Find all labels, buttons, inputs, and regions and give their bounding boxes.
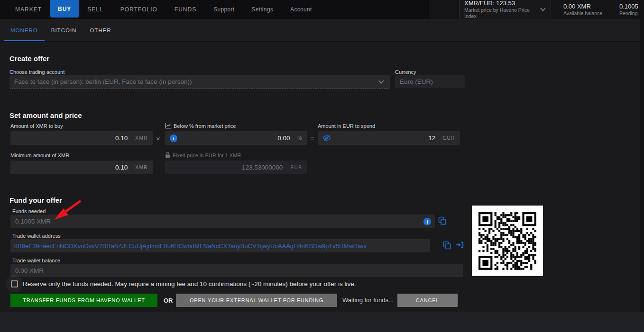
info-icon[interactable]: i — [170, 135, 177, 142]
waiting-for-funds-text: Waiting for funds... — [342, 296, 394, 304]
checkbox-ripple — [6, 275, 23, 292]
multiply-operator: × — [156, 135, 160, 143]
asset-tabbar: MONERO BITCOIN OTHER — [0, 19, 640, 42]
fixed-price-label: Fixed price in EUR for 1 XMR — [173, 153, 241, 158]
market-price-selector[interactable]: XMR/EUR: 123.53 Market price by Haveno P… — [459, 0, 551, 22]
available-balance-value: 0.00 XMR — [563, 3, 611, 10]
pct-below-market-value: 0.00 — [277, 135, 290, 142]
copy-icon[interactable] — [443, 241, 451, 250]
min-amount-label: Minimum amount of XMR — [10, 153, 69, 158]
tab-monero[interactable]: MONERO — [4, 19, 45, 41]
fixed-price-value: 123.53000000 — [242, 164, 283, 171]
fixed-price-suffix: EUR — [290, 165, 303, 170]
create-offer-form: Create offer Choose trading account Face… — [0, 42, 640, 312]
currency-value: Euro (EUR) — [400, 78, 433, 85]
wallet-balance-label: Trade wallet balance — [12, 258, 60, 263]
chart-icon — [165, 123, 171, 129]
wallet-address-value: 8B9eF39naecFnNGDKvnDvvV7BRaN4JLCuUjAjdmd… — [14, 242, 367, 250]
main-nav: MARKET BUY SELL PORTFOLIO FUNDS Support … — [7, 0, 321, 19]
cancel-button[interactable]: CANCEL — [397, 294, 458, 307]
currency-label: Currency — [395, 69, 416, 75]
market-ticker: XMR/EUR: 123.53 Market price by Haveno P… — [459, 0, 644, 19]
amount-xmr-suffix: XMR — [135, 135, 148, 141]
top-navigation: MARKET BUY SELL PORTFOLIO FUNDS Support … — [0, 0, 640, 19]
funds-needed-label: Funds needed — [12, 208, 46, 214]
overlay-right-strip — [640, 0, 644, 312]
nav-item-portfolio[interactable]: PORTFOLIO — [112, 0, 166, 19]
copy-icon[interactable] — [438, 216, 446, 225]
info-icon[interactable]: i — [423, 218, 431, 225]
reserve-funds-option: Reserve only the funds needed. May requi… — [6, 275, 356, 292]
amount-eur-label: Amount in EUR to spend — [318, 123, 375, 129]
overlay-bottom-strip — [0, 312, 644, 332]
reserve-funds-label: Reserve only the funds needed. May requi… — [23, 280, 356, 287]
funding-qr-code — [472, 206, 543, 276]
reserve-funds-checkbox[interactable] — [11, 280, 18, 287]
amount-price-title: Set amount and price — [9, 111, 82, 119]
min-amount-input[interactable]: 0.10 XMR — [10, 161, 153, 174]
or-text: OR — [164, 297, 173, 304]
amount-eur-value: 12 — [428, 135, 435, 142]
pct-below-market-input[interactable]: i 0.00 % — [165, 131, 307, 145]
market-price-source: Market price by Haveno Price Index — [464, 7, 534, 19]
market-pair-price: XMR/EUR: 123.53 — [464, 0, 534, 7]
amount-eur-input[interactable]: 12 EUR — [318, 131, 460, 145]
chevron-down-icon — [540, 8, 546, 11]
nav-item-market[interactable]: MARKET — [7, 0, 50, 19]
tab-bitcoin[interactable]: BITCOIN — [45, 19, 83, 41]
min-amount-suffix: XMR — [135, 165, 148, 170]
amount-xmr-value: 0.10 — [115, 135, 128, 142]
available-balance: 0.00 XMR Available balance — [563, 3, 611, 17]
amount-xmr-input[interactable]: 0.10 XMR — [10, 131, 153, 145]
lock-icon — [165, 152, 170, 158]
create-offer-title: Create offer — [9, 54, 49, 63]
funds-needed-value: 0.1005 XMR — [15, 218, 51, 225]
external-wallet-button[interactable]: OPEN YOUR EXTERNAL WALLET FOR FUNDING — [176, 294, 337, 307]
eye-slash-icon[interactable] — [322, 135, 331, 142]
wallet-address-label: Trade wallet address — [12, 233, 61, 239]
transfer-funds-button[interactable]: TRANSFER FUNDS FROM HAVENO WALLET — [10, 294, 157, 307]
trading-account-value: Face to face (in person): berlin (EUR, F… — [14, 78, 192, 85]
tab-other[interactable]: OTHER — [83, 19, 118, 41]
equals-operator: = — [310, 134, 314, 142]
amount-xmr-label: Amount of XMR to buy — [10, 123, 63, 129]
wallet-address-field[interactable]: 8B9eF39naecFnNGDKvnDvvV7BRaN4JLCuUjAjdmd… — [10, 239, 430, 252]
trading-account-label: Choose trading account — [9, 69, 64, 75]
available-balance-label: Available balance — [563, 10, 611, 17]
app-window: MARKET BUY SELL PORTFOLIO FUNDS Support … — [0, 0, 640, 312]
nav-item-support[interactable]: Support — [205, 0, 243, 19]
nav-item-buy[interactable]: BUY — [50, 0, 79, 18]
pct-suffix: % — [298, 135, 303, 141]
amount-eur-suffix: EUR — [443, 135, 455, 141]
chevron-down-icon — [378, 80, 384, 84]
nav-item-funds[interactable]: FUNDS — [166, 0, 205, 19]
trading-account-select[interactable]: Face to face (in person): berlin (EUR, F… — [9, 75, 390, 89]
nav-item-account[interactable]: Account — [282, 0, 320, 19]
open-wallet-icon[interactable] — [455, 241, 464, 249]
pct-below-market-label: Below % from market price — [174, 123, 236, 129]
nav-item-sell[interactable]: SELL — [79, 0, 111, 19]
red-arrow-annotation — [50, 198, 84, 223]
wallet-balance-value: 0.00 XMR — [15, 267, 44, 274]
nav-item-settings[interactable]: Settings — [243, 0, 282, 19]
fixed-price-input: 123.53000000 EUR — [165, 161, 307, 174]
min-amount-value: 0.10 — [115, 164, 128, 171]
currency-field[interactable]: Euro (EUR) — [395, 75, 465, 88]
